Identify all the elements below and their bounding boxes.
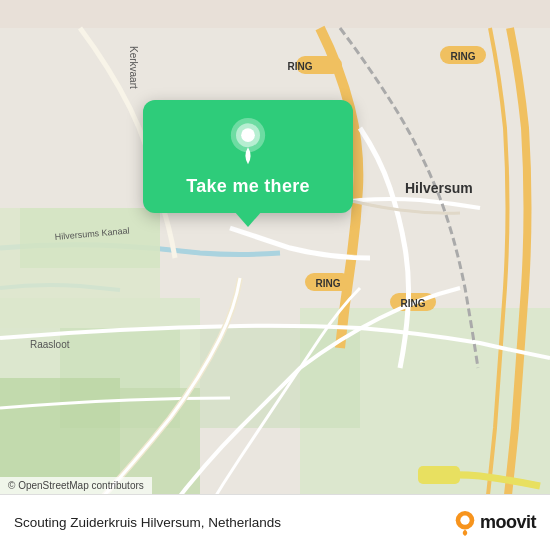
- moovit-pin-icon: [454, 510, 476, 536]
- bottom-bar: Scouting Zuiderkruis Hilversum, Netherla…: [0, 494, 550, 550]
- svg-point-27: [460, 515, 469, 524]
- svg-text:RING: RING: [451, 51, 476, 62]
- svg-text:RING: RING: [316, 278, 341, 289]
- svg-rect-14: [418, 466, 460, 484]
- svg-text:Kerkvaart: Kerkvaart: [128, 46, 139, 89]
- svg-text:Hilversum: Hilversum: [405, 180, 473, 196]
- copyright-text: © OpenStreetMap contributors: [8, 480, 144, 491]
- moovit-text: moovit: [480, 512, 536, 533]
- take-me-there-button[interactable]: Take me there: [186, 176, 310, 197]
- map-svg: Hilversum RING RING RING RING Kerkvaart …: [0, 0, 550, 550]
- svg-text:RING: RING: [288, 61, 313, 72]
- moovit-logo: moovit: [454, 510, 536, 536]
- map-container: Hilversum RING RING RING RING Kerkvaart …: [0, 0, 550, 550]
- svg-text:Raasloot: Raasloot: [30, 339, 70, 350]
- svg-text:RING: RING: [401, 298, 426, 309]
- copyright-bar: © OpenStreetMap contributors: [0, 477, 152, 494]
- location-label: Scouting Zuiderkruis Hilversum, Netherla…: [14, 515, 281, 530]
- popup-card: Take me there: [143, 100, 353, 213]
- svg-point-25: [241, 128, 255, 142]
- location-pin-icon: [224, 118, 272, 166]
